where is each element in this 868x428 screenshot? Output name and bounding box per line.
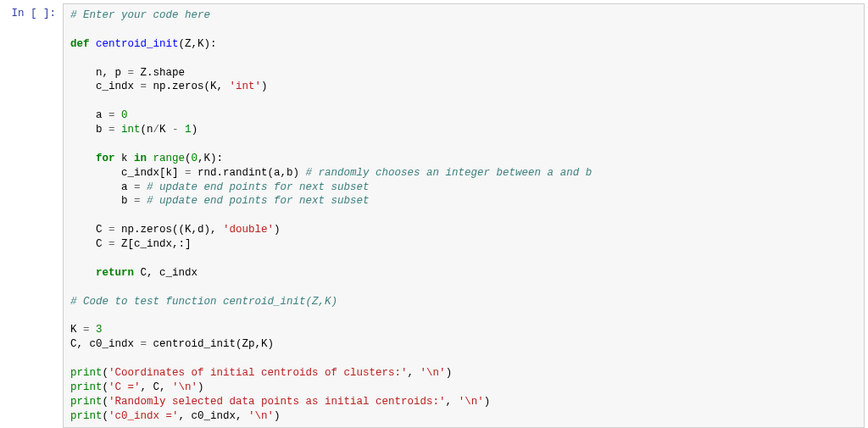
operator: = [141, 81, 147, 92]
code-text: C, c0_indx [70, 338, 141, 350]
code-text: ) [484, 396, 491, 408]
string-literal: '\n' [248, 410, 274, 422]
string-literal: 'C =' [108, 381, 141, 393]
code-text: C [70, 238, 108, 250]
code-input-area[interactable]: # Enter your code here def centroid_init… [63, 3, 865, 428]
code-text: ( [103, 396, 109, 408]
keyword-for: for [70, 153, 115, 164]
keyword-in: in [134, 153, 147, 164]
builtin-print: print [70, 367, 103, 379]
number-literal: 0 [192, 153, 198, 164]
code-text: c_indx[k] [70, 167, 185, 179]
keyword-def: def [70, 38, 90, 50]
code-text: rnd.randint(a,b) [192, 167, 306, 179]
code-text: np.zeros((K,d), [115, 224, 224, 236]
code-text: ( [103, 381, 109, 393]
code-text: K [70, 324, 83, 336]
operator: = [108, 124, 115, 136]
input-prompt: In [ ]: [3, 3, 63, 428]
code-text: n, p [70, 67, 128, 79]
code-text: c_indx [70, 81, 141, 92]
builtin-print: print [70, 381, 103, 393]
code-comment: # update end points for next subset [141, 195, 370, 207]
builtin-print: print [70, 410, 103, 422]
code-text: k [115, 153, 135, 164]
notebook-cell: In [ ]: # Enter your code here def centr… [3, 3, 865, 428]
operator: = [134, 181, 141, 193]
string-literal: 'c0_indx =' [108, 410, 179, 422]
code-text: K [159, 124, 172, 136]
builtin: int [115, 124, 141, 136]
code-text: , C, [141, 381, 173, 393]
builtin-print: print [70, 396, 103, 408]
string-literal: '\n' [459, 396, 484, 408]
code-text: , c0_indx, [179, 410, 249, 422]
string-literal: '\n' [172, 381, 198, 393]
operator: - [172, 124, 179, 136]
string-literal: 'double' [223, 224, 274, 236]
code-text: ( [185, 153, 192, 164]
code-comment: # update end points for next subset [141, 181, 370, 193]
string-literal: 'int' [230, 81, 262, 92]
code-text: ) [198, 381, 204, 393]
code-text: ) [192, 124, 198, 136]
code-text: (Z,K): [179, 38, 217, 50]
operator: = [134, 195, 141, 207]
func-name: centroid_init [96, 38, 179, 50]
code-comment: # Enter your code here [70, 9, 210, 21]
number-literal: 1 [179, 124, 192, 136]
code-text: ) [274, 410, 281, 422]
number-literal: 3 [90, 324, 103, 336]
code-text: C, c_indx [134, 267, 198, 279]
operator: = [108, 224, 115, 236]
code-text: ( [103, 410, 109, 422]
number-literal: 0 [115, 109, 128, 121]
code-text: centroid_init(Zp,K) [147, 338, 274, 350]
string-literal: '\n' [420, 367, 446, 379]
operator: = [128, 67, 135, 79]
code-comment: # randomly chooses an integer between a … [306, 167, 593, 179]
code-text: np.zeros(K, [147, 81, 230, 92]
code-text: ) [261, 81, 268, 92]
code-text: , [446, 396, 459, 408]
code-text: Z[c_indx,:] [115, 238, 192, 250]
operator: = [83, 324, 90, 336]
operator: / [153, 124, 160, 136]
code-text: ) [274, 224, 281, 236]
code-text: a [70, 109, 108, 121]
code-text: ) [446, 367, 453, 379]
code-text: ( [103, 367, 109, 379]
operator: = [108, 238, 115, 250]
builtin: range [147, 153, 185, 164]
code-text: Z.shape [134, 67, 185, 79]
keyword-return: return [70, 267, 134, 279]
code-text: (n [141, 124, 153, 136]
code-text: a [70, 181, 134, 193]
code-comment: # Code to test function centroid_init(Z,… [70, 296, 337, 308]
code-text: ,K): [198, 153, 223, 164]
operator: = [108, 109, 115, 121]
string-literal: 'Randomly selected data points as initia… [108, 396, 446, 408]
string-literal: 'Coordinates of initial centroids of clu… [108, 367, 408, 379]
code-text: b [70, 124, 108, 136]
code-text: b [70, 195, 134, 207]
code-text: C [70, 224, 108, 236]
code-text: , [408, 367, 420, 379]
operator: = [185, 167, 192, 179]
operator: = [141, 338, 147, 350]
